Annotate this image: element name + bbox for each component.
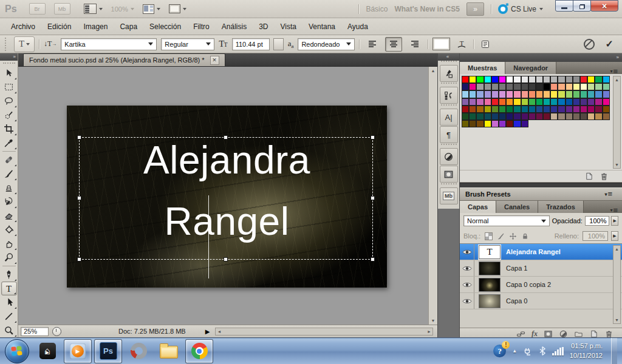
- menu-archivo[interactable]: Archivo: [5, 20, 41, 33]
- color-swatch-70[interactable]: [536, 98, 543, 106]
- crop-tool[interactable]: [1, 122, 17, 136]
- color-swatch-124[interactable]: [491, 120, 499, 127]
- workspace-overflow-button[interactable]: »: [466, 2, 484, 16]
- restore-button[interactable]: [573, 0, 591, 12]
- color-swatch-6[interactable]: [506, 76, 513, 83]
- color-swatch-24[interactable]: [491, 83, 499, 90]
- color-swatch-100[interactable]: [462, 113, 469, 120]
- color-swatch-98[interactable]: [595, 106, 602, 113]
- text-bounding-box[interactable]: [79, 137, 373, 260]
- scroll-up-icon[interactable]: ▲: [615, 78, 619, 82]
- color-swatch-13[interactable]: [558, 76, 565, 83]
- color-swatch-37[interactable]: [587, 83, 595, 90]
- color-swatch-68[interactable]: [521, 98, 528, 106]
- blend-mode-select[interactable]: Normal: [463, 215, 550, 226]
- color-swatch-20[interactable]: [462, 83, 469, 90]
- tab-close-icon[interactable]: ✕: [210, 56, 219, 65]
- color-swatch-23[interactable]: [484, 83, 491, 90]
- layer-visibility-eye-icon[interactable]: [460, 293, 474, 309]
- color-swatch-38[interactable]: [595, 83, 602, 90]
- color-swatch-4[interactable]: [491, 76, 499, 83]
- color-swatch-90[interactable]: [536, 106, 543, 113]
- font-family-select[interactable]: Kartika: [61, 38, 157, 50]
- color-swatch-71[interactable]: [543, 98, 550, 106]
- taskbar-media-player-item[interactable]: ▶: [64, 339, 92, 363]
- color-swatch-63[interactable]: [484, 98, 491, 106]
- taskbar-media-center-item[interactable]: ⌂▶: [33, 339, 61, 363]
- clone-stamp-tool[interactable]: [1, 181, 17, 195]
- color-swatch-7[interactable]: [513, 76, 521, 83]
- hidden-icons-button[interactable]: ▲: [512, 348, 517, 354]
- color-swatch-3[interactable]: [484, 76, 491, 83]
- text-orientation-button[interactable]: ↓T→: [44, 39, 56, 49]
- canvas[interactable]: Alejandra Rangel: [67, 106, 387, 288]
- color-swatch-81[interactable]: [469, 106, 476, 113]
- swatches-scrollbar[interactable]: ▲▼: [613, 76, 621, 169]
- color-swatch-26[interactable]: [506, 83, 513, 90]
- status-flyout-button[interactable]: ▶: [205, 328, 210, 335]
- color-swatch-121[interactable]: [469, 120, 476, 127]
- anti-alias-select[interactable]: Redondeado: [298, 38, 355, 50]
- panel-menu-icon[interactable]: ▾≡: [610, 69, 622, 74]
- layer-row[interactable]: Capa 1: [460, 260, 622, 277]
- color-swatch-12[interactable]: [550, 76, 558, 83]
- smudge-tool[interactable]: [1, 237, 17, 251]
- color-swatch-76[interactable]: [580, 98, 587, 106]
- color-swatch-39[interactable]: [603, 83, 610, 90]
- layer-row[interactable]: Capa 0: [460, 293, 622, 309]
- scroll-right-icon[interactable]: ►: [427, 329, 431, 334]
- color-swatch-14[interactable]: [566, 76, 573, 83]
- menu-selecci-n[interactable]: Selección: [143, 20, 187, 33]
- color-swatch-8[interactable]: [521, 76, 528, 83]
- tab-trazados[interactable]: Trazados: [538, 201, 584, 213]
- color-swatch-94[interactable]: [566, 106, 573, 113]
- color-swatch-31[interactable]: [543, 83, 550, 90]
- fill-slider-button[interactable]: ▶: [611, 231, 618, 241]
- color-swatch-89[interactable]: [528, 106, 536, 113]
- eyedropper-tool[interactable]: [1, 136, 17, 150]
- color-swatch-114[interactable]: [566, 113, 573, 120]
- path-select-tool[interactable]: [1, 295, 17, 309]
- color-swatch-60[interactable]: [462, 98, 469, 106]
- tab-muestras[interactable]: Muestras: [460, 62, 505, 74]
- line-tool[interactable]: [1, 309, 17, 323]
- color-swatch-48[interactable]: [521, 90, 528, 98]
- color-swatch-107[interactable]: [513, 113, 521, 120]
- color-swatch-32[interactable]: [550, 83, 558, 90]
- menu-3d[interactable]: 3D: [253, 20, 274, 33]
- heal-tool[interactable]: [1, 153, 17, 167]
- color-swatch-21[interactable]: [469, 83, 476, 90]
- color-swatch-128[interactable]: [521, 120, 528, 127]
- menu-vista[interactable]: Vista: [275, 20, 302, 33]
- color-swatch-29[interactable]: [528, 83, 536, 90]
- color-swatch-45[interactable]: [499, 90, 506, 98]
- color-swatch-118[interactable]: [595, 113, 602, 120]
- transform-handle[interactable]: [77, 135, 81, 140]
- color-swatch-125[interactable]: [499, 120, 506, 127]
- transform-handle[interactable]: [371, 135, 375, 140]
- color-swatch-103[interactable]: [484, 113, 491, 120]
- color-swatch-33[interactable]: [558, 83, 565, 90]
- text-color-swatch[interactable]: [432, 38, 450, 50]
- color-swatch-105[interactable]: [499, 113, 506, 120]
- network-signal-icon[interactable]: [552, 347, 564, 356]
- color-swatch-46[interactable]: [506, 90, 513, 98]
- color-swatch-79[interactable]: [603, 98, 610, 106]
- color-swatch-119[interactable]: [603, 113, 610, 120]
- color-swatch-40[interactable]: [462, 90, 469, 98]
- panel-menu-icon[interactable]: ▾≡: [604, 192, 617, 197]
- arrange-documents-button[interactable]: [143, 4, 160, 14]
- launch-bridge-button[interactable]: Br: [29, 3, 46, 15]
- color-swatch-35[interactable]: [573, 83, 580, 90]
- color-swatch-109[interactable]: [528, 113, 536, 120]
- color-swatch-17[interactable]: [587, 76, 595, 83]
- align-center-button[interactable]: [385, 37, 402, 52]
- color-swatch-67[interactable]: [513, 98, 521, 106]
- canvas-workspace[interactable]: Alejandra Rangel ▲▼: [18, 67, 437, 325]
- toolbox-grip[interactable]: [3, 62, 15, 66]
- color-swatch-122[interactable]: [476, 120, 484, 127]
- clone-source-panel-button[interactable]: [440, 87, 458, 104]
- color-swatch-59[interactable]: [603, 90, 610, 98]
- layer-thumbnail[interactable]: [479, 278, 501, 292]
- dodge-tool[interactable]: [1, 251, 17, 265]
